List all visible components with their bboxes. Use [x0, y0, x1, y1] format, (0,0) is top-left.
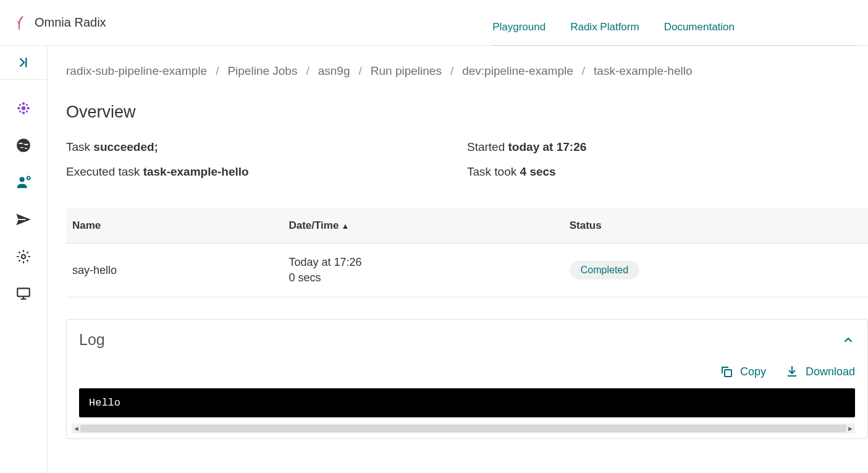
svg-point-2 — [17, 107, 20, 109]
svg-rect-15 — [17, 288, 30, 296]
scroll-right-icon[interactable]: ► — [846, 424, 855, 433]
breadcrumb-item-0[interactable]: radix-sub-pipeline-example — [66, 64, 207, 78]
task-status-line: Task succeeded; — [66, 140, 467, 154]
svg-point-4 — [22, 102, 25, 104]
copy-label: Copy — [740, 365, 766, 378]
col-datetime[interactable]: Date/Time▲ — [282, 208, 563, 244]
duration-line: Task took 4 secs — [467, 165, 868, 179]
cell-datetime-line2: 0 secs — [289, 270, 557, 286]
nav-platform[interactable]: Radix Platform — [570, 21, 639, 38]
sidebar — [0, 46, 48, 473]
sidebar-item-monitor[interactable] — [15, 285, 32, 302]
col-status[interactable]: Status — [563, 208, 868, 244]
table-row[interactable]: say-hello Today at 17:26 0 secs Complete… — [66, 244, 868, 297]
collapse-log-button[interactable] — [841, 333, 855, 347]
started-value: today at 17:26 — [508, 140, 587, 153]
logo-icon — [10, 14, 28, 32]
breadcrumb-item-1[interactable]: Pipeline Jobs — [227, 64, 297, 78]
sidebar-expand-button[interactable] — [0, 46, 47, 80]
copy-icon — [719, 364, 734, 379]
started-line: Started today at 17:26 — [467, 140, 868, 154]
nav-documentation[interactable]: Documentation — [664, 21, 735, 38]
download-button[interactable]: Download — [785, 364, 855, 379]
status-badge: Completed — [570, 261, 639, 279]
main-content: radix-sub-pipeline-example / Pipeline Jo… — [48, 46, 868, 473]
breadcrumb-item-2[interactable]: asn9g — [318, 64, 350, 78]
breadcrumb-item-4[interactable]: dev:pipeline-example — [462, 64, 573, 78]
svg-point-5 — [22, 111, 25, 114]
copy-button[interactable]: Copy — [719, 364, 766, 379]
svg-point-3 — [27, 107, 29, 109]
col-datetime-label: Date/Time — [289, 219, 339, 231]
col-name-label: Name — [72, 219, 101, 231]
sidebar-item-send[interactable] — [15, 211, 32, 228]
breadcrumb-separator: / — [306, 64, 309, 78]
topnav: Playground Radix Platform Documentation — [492, 15, 858, 46]
executed-prefix: Executed task — [66, 165, 143, 178]
download-icon — [785, 364, 799, 379]
svg-point-6 — [19, 104, 21, 106]
cell-datetime: Today at 17:26 0 secs — [282, 244, 563, 297]
task-status: succeeded; — [93, 140, 158, 153]
topbar: Omnia Radix Playground Radix Platform Do… — [0, 0, 868, 46]
cell-name: say-hello — [66, 244, 282, 297]
svg-point-1 — [22, 106, 26, 111]
svg-point-12 — [27, 177, 30, 180]
duration-prefix: Task took — [467, 165, 520, 178]
log-panel: Log Copy — [66, 319, 868, 439]
svg-point-10 — [17, 138, 30, 152]
svg-point-14 — [22, 255, 26, 259]
cell-datetime-line1: Today at 17:26 — [289, 255, 557, 270]
sidebar-item-hub[interactable] — [15, 100, 32, 117]
sort-asc-icon: ▲ — [341, 221, 349, 231]
log-console: Hello — [79, 388, 855, 417]
svg-point-9 — [26, 111, 28, 113]
sidebar-item-world[interactable] — [15, 137, 32, 154]
executed-task-line: Executed task task-example-hello — [66, 165, 467, 179]
horizontal-scrollbar[interactable]: ◄ ► — [72, 424, 855, 433]
svg-point-11 — [20, 177, 25, 182]
download-label: Download — [806, 365, 855, 378]
page-title: Overview — [66, 103, 868, 122]
breadcrumb-separator: / — [450, 64, 453, 78]
cell-status: Completed — [563, 244, 868, 297]
scroll-left-icon[interactable]: ◄ — [72, 424, 81, 433]
sidebar-item-settings[interactable] — [15, 248, 32, 265]
breadcrumb-item-3[interactable]: Run pipelines — [371, 64, 442, 78]
logo-area[interactable]: Omnia Radix — [10, 14, 106, 32]
breadcrumb: radix-sub-pipeline-example / Pipeline Jo… — [66, 64, 868, 78]
summary: Task succeeded; Executed task task-examp… — [66, 140, 868, 190]
executed-name: task-example-hello — [143, 165, 249, 178]
steps-table: Name Date/Time▲ Status say-hello Today a… — [66, 208, 868, 297]
svg-point-7 — [26, 104, 28, 106]
svg-rect-18 — [725, 370, 731, 377]
scroll-thumb[interactable] — [80, 425, 846, 432]
breadcrumb-separator: / — [216, 64, 219, 78]
sidebar-item-engineer[interactable] — [15, 174, 32, 191]
breadcrumb-separator: / — [359, 64, 362, 78]
breadcrumb-item-5[interactable]: task-example-hello — [594, 64, 692, 78]
task-prefix: Task — [66, 140, 93, 153]
started-prefix: Started — [467, 140, 508, 153]
col-name[interactable]: Name — [66, 208, 282, 244]
breadcrumb-separator: / — [582, 64, 585, 78]
duration-value: 4 secs — [520, 165, 556, 178]
brand-text: Omnia Radix — [35, 15, 106, 30]
log-title: Log — [79, 331, 105, 349]
svg-point-8 — [19, 111, 21, 113]
nav-playground[interactable]: Playground — [492, 21, 546, 38]
col-status-label: Status — [570, 219, 602, 231]
